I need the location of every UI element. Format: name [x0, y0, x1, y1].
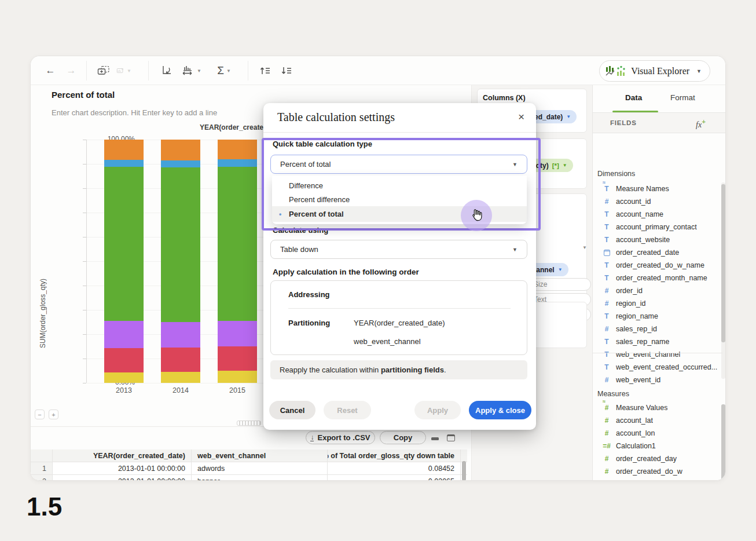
table-row[interactable]: 22013-01-01 00:00:00banner0.03065: [31, 475, 467, 481]
modal-title: Table calculation settings: [277, 111, 395, 124]
field-item-account-name[interactable]: Taccount_name: [593, 208, 722, 221]
field-item-order-id[interactable]: #order_id: [593, 284, 722, 297]
segment-red[interactable]: [218, 346, 257, 371]
segment-green[interactable]: [104, 167, 144, 320]
field-item-sales-rep-name[interactable]: Tsales_rep_name: [593, 335, 722, 348]
segment-purple[interactable]: [104, 321, 144, 348]
field-label: account_lat: [616, 416, 653, 425]
dimensions-scrollbar[interactable]: [721, 184, 725, 342]
segment-yellow[interactable]: [161, 372, 200, 383]
remove-visual-icon[interactable]: ▼: [116, 64, 131, 78]
stacked-bar-2013[interactable]: [104, 140, 144, 383]
sort-descending-icon[interactable]: [278, 64, 295, 78]
order-section-label: Apply calculation in the following order: [273, 268, 419, 276]
date-type-icon: [604, 250, 610, 256]
field-item-account-lat[interactable]: #account_lat: [593, 414, 722, 427]
segment-red[interactable]: [161, 348, 200, 372]
stacked-bar-2014[interactable]: [161, 140, 200, 383]
swap-axes-icon[interactable]: [159, 64, 174, 78]
apply-button[interactable]: Apply: [414, 401, 461, 419]
sort-ascending-icon[interactable]: [257, 64, 273, 78]
segment-blue[interactable]: [161, 160, 200, 168]
segment-purple[interactable]: [161, 322, 200, 348]
field-item-order-created-hour[interactable]: #order_created_hour: [593, 478, 722, 481]
dropdown-option-difference[interactable]: Difference: [272, 178, 527, 192]
reset-button[interactable]: Reset: [324, 401, 371, 419]
forward-button[interactable]: →: [64, 64, 78, 78]
bar-width-icon[interactable]: ▼: [180, 64, 202, 78]
field-item-region-id[interactable]: #region_id: [593, 297, 722, 310]
chart-description-placeholder[interactable]: Enter chart description. Hit Enter key t…: [52, 108, 217, 117]
field-item-measure-names[interactable]: TMeasure Names: [593, 182, 722, 195]
x-tick-label: 2015: [218, 386, 257, 394]
field-item-web-event-id[interactable]: #web_event_id: [593, 374, 722, 386]
aggregate-sigma-icon[interactable]: Σ▼: [214, 64, 234, 78]
copy-button[interactable]: Copy: [380, 431, 426, 444]
back-button[interactable]: ←: [43, 64, 57, 78]
segment-blue[interactable]: [104, 160, 144, 167]
field-item-order-created-do-w-name[interactable]: Torder_created_do_w_name: [593, 259, 722, 272]
segment-blue[interactable]: [218, 159, 257, 167]
duplicate-visual-icon[interactable]: [96, 64, 111, 78]
field-label: account_id: [616, 198, 651, 206]
results-table: YEAR(order_created_date)web_event_channe…: [31, 449, 467, 481]
close-icon[interactable]: ×: [518, 111, 524, 123]
text-type-icon: T: [602, 274, 611, 282]
field-item-web-event-created-occurred-[interactable]: Tweb_event_created_occurred...: [593, 361, 722, 374]
calculate-using-value: Table down: [280, 245, 318, 254]
field-item-order-created-month-name[interactable]: Torder_created_month_name: [593, 272, 722, 284]
segment-orange[interactable]: [104, 140, 144, 160]
table-header-cell: web_event_channel: [192, 449, 328, 462]
segment-yellow[interactable]: [218, 371, 257, 383]
segment-green[interactable]: [218, 167, 257, 320]
segment-red[interactable]: [104, 348, 144, 372]
field-label: order_created_hour: [616, 480, 680, 481]
zoom-out-button[interactable]: −: [35, 410, 45, 419]
fields-header: FIELDS: [610, 119, 637, 126]
field-item-order-created-date[interactable]: order_created_date: [593, 246, 722, 259]
field-item-web-event-channel[interactable]: Tweb_event_channel: [593, 348, 722, 361]
reapply-note: Reapply the calculation within partition…: [270, 360, 527, 379]
horizontal-scroll-handle[interactable]: [237, 421, 261, 426]
calculate-using-select[interactable]: Table down ▼: [270, 240, 527, 259]
tab-format[interactable]: Format: [670, 93, 695, 102]
quick-calc-select[interactable]: Percent of total ▼: [270, 155, 527, 174]
stacked-bar-2015[interactable]: [218, 140, 257, 383]
field-item-sales-rep-id[interactable]: #sales_rep_id: [593, 323, 722, 335]
segment-orange[interactable]: [218, 140, 257, 159]
table-row[interactable]: 12013-01-01 00:00:00adwords0.08452: [31, 462, 467, 475]
measures-scrollbar[interactable]: [721, 404, 725, 481]
segment-yellow[interactable]: [104, 372, 144, 383]
app-switcher-button[interactable]: Visual Explorer ▼: [599, 60, 710, 82]
selected-dot-icon: •: [279, 210, 281, 218]
segment-green[interactable]: [161, 167, 200, 322]
field-item-order-created-do-w[interactable]: #order_created_do_w: [593, 465, 722, 478]
calculation-type-icon: =#: [602, 442, 611, 450]
collapse-table-icon[interactable]: [431, 437, 439, 440]
add-calculation-icon[interactable]: fx+: [696, 118, 706, 130]
number-type-icon: #: [602, 480, 611, 481]
chart-title[interactable]: Percent of total: [52, 90, 115, 100]
expand-table-icon[interactable]: [447, 434, 455, 441]
field-item-calculation1[interactable]: =#Calculation1: [593, 440, 722, 452]
field-item-region-name[interactable]: Tregion_name: [593, 310, 722, 323]
field-item-account-primary-contact[interactable]: Taccount_primary_contact: [593, 221, 722, 233]
field-item-account-website[interactable]: Taccount_website: [593, 233, 722, 246]
field-item-measure-values[interactable]: #Measure Values: [593, 401, 722, 414]
segment-orange[interactable]: [161, 140, 200, 160]
y-tick: [83, 359, 86, 359]
cancel-button[interactable]: Cancel: [269, 401, 315, 419]
field-item-account-id[interactable]: #account_id: [593, 195, 722, 208]
marks-dropdown-caret-icon[interactable]: ▼: [582, 245, 587, 250]
x-tick-label: 2013: [104, 386, 144, 394]
zoom-in-button[interactable]: +: [49, 410, 58, 419]
table-scrollbar[interactable]: [462, 461, 466, 481]
dropdown-option-percent-difference[interactable]: Percent difference: [272, 192, 527, 206]
field-item-account-lon[interactable]: #account_lon: [593, 427, 722, 440]
apply-and-close-button[interactable]: Apply & close: [469, 401, 531, 419]
tab-data[interactable]: Data: [625, 93, 642, 102]
field-item-order-created-day[interactable]: #order_created_day: [593, 452, 722, 465]
segment-purple[interactable]: [218, 321, 257, 346]
y-tick: [83, 188, 86, 189]
export-csv-button[interactable]: ↓ Export to .CSV: [306, 431, 375, 444]
